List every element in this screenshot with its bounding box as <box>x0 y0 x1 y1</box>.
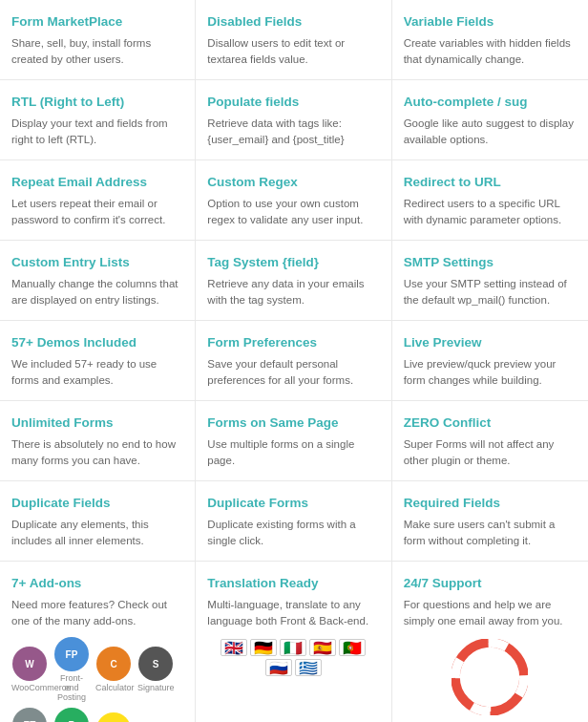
feature-desc-1: Disallow users to edit text or textarea … <box>207 35 379 69</box>
flag-2: 🇮🇹 <box>280 639 306 656</box>
feature-title-14: Live Preview <box>404 334 577 351</box>
feature-desc-18: Duplicate any elements, this includes al… <box>11 517 183 550</box>
feature-cell-20: Required FieldsMake sure users can't sub… <box>392 481 588 562</box>
feature-desc-7: Option to use your own custom regex to v… <box>207 196 379 229</box>
feature-cell-4: Populate fieldsRetrieve data with tags l… <box>196 80 391 160</box>
feature-desc-14: Live preview/quck preview your form chan… <box>404 356 577 390</box>
translation-title: Translation Ready <box>207 575 379 592</box>
bottom-section: 7+ Add-ons Need more features? Check out… <box>0 562 588 722</box>
feature-title-13: Form Preferences <box>207 334 379 351</box>
feature-title-16: Forms on Same Page <box>207 414 379 432</box>
feature-desc-16: Use multiple forms on a single page. <box>207 436 379 470</box>
feature-cell-14: Live PreviewLive preview/quck preview yo… <box>392 321 588 401</box>
feature-desc-5: Google like auto suggest to display avai… <box>404 116 577 149</box>
lifesaver-icon <box>452 639 528 715</box>
feature-title-7: Custom Regex <box>207 174 379 191</box>
addon-icon-1: FPFront-end Posting <box>53 637 90 702</box>
feature-title-11: SMTP Settings <box>404 254 577 271</box>
feature-cell-10: Tag System {field}Retrieve any data in y… <box>196 241 391 321</box>
feature-title-15: Unlimited Forms <box>11 414 183 432</box>
flag-3: 🇪🇸 <box>309 639 336 656</box>
addons-title: 7+ Add-ons <box>11 575 183 592</box>
feature-cell-5: Auto-complete / sugGoogle like auto sugg… <box>392 80 588 160</box>
addon-icon-6: MMailChimp <box>95 712 132 722</box>
feature-desc-11: Use your SMTP setting instead of the def… <box>404 276 577 309</box>
feature-title-10: Tag System {field} <box>207 254 379 271</box>
feature-desc-3: Display your text and fields from right … <box>11 116 183 149</box>
feature-title-0: Form MarketPlace <box>11 13 183 31</box>
addon-icon-label-2: Calculator <box>95 683 132 692</box>
addon-icon-circle-1: FP <box>54 637 89 671</box>
feature-title-6: Repeat Email Address <box>11 174 183 191</box>
addon-icon-0: WWooCommerce <box>11 647 48 692</box>
addon-icon-circle-6: M <box>96 712 131 722</box>
feature-cell-18: Duplicate FieldsDuplicate any elements, … <box>0 481 196 562</box>
feature-title-19: Duplicate Forms <box>207 495 379 512</box>
features-grid: Form MarketPlaceShare, sell, buy, instal… <box>0 0 588 562</box>
feature-desc-2: Create variables with hidden fields that… <box>404 35 577 69</box>
flag-5: 🇷🇺 <box>265 659 292 676</box>
addons-cell: 7+ Add-ons Need more features? Check out… <box>0 562 196 722</box>
addon-icon-circle-0: W <box>12 647 47 681</box>
translation-cell: Translation Ready Multi-language, transl… <box>196 562 391 722</box>
feature-cell-2: Variable FieldsCreate variables with hid… <box>392 0 588 80</box>
feature-cell-16: Forms on Same PageUse multiple forms on … <box>196 401 391 481</box>
feature-desc-13: Save your default personal preferences f… <box>207 356 379 390</box>
feature-cell-11: SMTP SettingsUse your SMTP setting inste… <box>392 241 588 321</box>
feature-title-8: Redirect to URL <box>404 174 577 191</box>
flags-row: 🇬🇧🇩🇪🇮🇹🇪🇸🇵🇹🇷🇺🇬🇷 <box>207 639 379 676</box>
addon-icon-label-1: Front-end Posting <box>53 673 90 702</box>
feature-title-12: 57+ Demos Included <box>11 334 183 351</box>
feature-title-2: Variable Fields <box>404 13 577 31</box>
feature-cell-17: ZERO ConflictSuper Forms will not affect… <box>392 401 588 481</box>
addon-icon-5: RRegister / Login <box>53 708 90 722</box>
feature-cell-3: RTL (Right to Left)Display your text and… <box>0 80 196 160</box>
feature-cell-15: Unlimited FormsThere is absolutely no en… <box>0 401 196 481</box>
feature-title-4: Populate fields <box>207 94 379 111</box>
feature-desc-20: Make sure users can't submit a form with… <box>404 517 577 550</box>
support-cell: 24/7 Support For questions and help we a… <box>392 562 588 722</box>
flag-4: 🇵🇹 <box>339 639 366 656</box>
addons-icons-row: WWooCommerceFPFront-end PostingCCalculat… <box>11 637 183 722</box>
flag-6: 🇬🇷 <box>295 659 322 676</box>
feature-cell-13: Form PreferencesSave your default person… <box>196 321 391 401</box>
feature-desc-0: Share, sell, buy, install forms created … <box>11 35 183 69</box>
flag-1: 🇩🇪 <box>250 639 277 656</box>
feature-cell-12: 57+ Demos IncludedWe included 57+ ready … <box>0 321 196 401</box>
addon-icon-circle-2: C <box>96 647 131 681</box>
feature-title-3: RTL (Right to Left) <box>11 94 183 111</box>
feature-desc-12: We included 57+ ready to use forms and e… <box>11 356 183 390</box>
feature-desc-4: Retrieve data with tags like: {user_emai… <box>207 116 379 149</box>
feature-desc-6: Let users repeat their email or password… <box>11 196 183 229</box>
feature-cell-1: Disabled FieldsDisallow users to edit te… <box>196 0 391 80</box>
feature-cell-0: Form MarketPlaceShare, sell, buy, instal… <box>0 0 196 80</box>
svg-point-2 <box>473 661 507 694</box>
feature-cell-7: Custom RegexOption to use your own custo… <box>196 160 391 241</box>
feature-cell-19: Duplicate FormsDuplicate existing forms … <box>196 481 391 562</box>
addon-icon-label-0: WooCommerce <box>11 683 48 692</box>
feature-desc-9: Manually change the columns that are dis… <box>11 276 183 309</box>
feature-cell-8: Redirect to URLRedirect users to a speci… <box>392 160 588 241</box>
flag-0: 🇬🇧 <box>220 639 247 656</box>
support-desc: For questions and help we are simply one… <box>404 597 577 630</box>
feature-desc-15: There is absolutely no end to how many f… <box>11 436 183 470</box>
feature-desc-17: Super Forms will not affect any other pl… <box>404 436 577 470</box>
addon-icon-circle-5: R <box>54 708 89 722</box>
feature-title-1: Disabled Fields <box>207 13 379 31</box>
feature-cell-6: Repeat Email AddressLet users repeat the… <box>0 160 196 241</box>
feature-title-5: Auto-complete / sug <box>404 94 577 111</box>
addon-icon-circle-3: S <box>138 647 173 681</box>
feature-title-9: Custom Entry Lists <box>11 254 183 271</box>
feature-title-18: Duplicate Fields <box>11 495 183 512</box>
addon-icon-circle-4: ET <box>12 708 47 722</box>
addon-icon-4: ETEmail Templates <box>11 708 48 722</box>
feature-desc-8: Redirect users to a specific URL with dy… <box>404 196 577 229</box>
support-title: 24/7 Support <box>404 575 577 592</box>
feature-desc-19: Duplicate existing forms with a single c… <box>207 517 379 550</box>
addon-icon-2: CCalculator <box>95 647 132 692</box>
feature-title-20: Required Fields <box>404 495 577 512</box>
translation-desc: Multi-language, translate to any languag… <box>207 597 379 630</box>
addon-icon-3: SSignature <box>137 647 174 692</box>
feature-cell-9: Custom Entry ListsManually change the co… <box>0 241 196 321</box>
feature-title-17: ZERO Conflict <box>404 414 577 432</box>
